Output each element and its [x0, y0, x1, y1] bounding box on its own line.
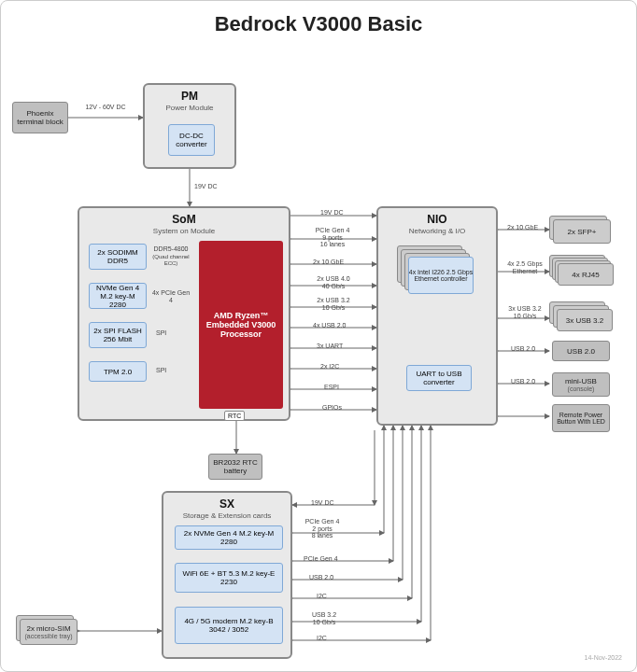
- sx-modem: 4G / 5G modem M.2 key-B 3042 / 3052: [175, 607, 283, 644]
- nio-eth-stack: 4x Intel I226 2.5 Gbps Ethernet controll…: [397, 245, 472, 292]
- pm-module: PMPower Module DC-DC converter: [143, 83, 236, 169]
- ext-sim: 2x micro-SIM(accessible tray): [16, 615, 83, 649]
- ext-rj45: 4x RJ45: [549, 255, 618, 292]
- sx-module: SXStorage & Extension cards 2x NVMe Gen …: [162, 491, 292, 659]
- diagram-canvas: Phoenix terminal block 12V - 60V DC PMPo…: [12, 48, 627, 664]
- date-label: 14-Nov-2022: [585, 654, 622, 661]
- page-title: Bedrock V3000 Basic: [12, 12, 625, 36]
- som-module: SoMSystem on Module 2x SODIMM DDR5 DDR5-…: [78, 206, 290, 421]
- phoenix-block: Phoenix terminal block: [12, 102, 68, 133]
- ext-usb20: USB 2.0: [552, 341, 610, 361]
- lbl-12v: 12V - 60V DC: [78, 104, 134, 111]
- ext-sfp: 2x SFP+: [549, 216, 615, 247]
- som-nvme: NVMe Gen 4 M.2 key-M 2280: [89, 283, 147, 309]
- nio-uart-usb: UART to USB converter: [406, 365, 472, 391]
- sx-wifi: WiFi 6E + BT 5.3 M.2 key-E 2230: [175, 563, 283, 593]
- dcdc-chip: DC-DC converter: [168, 124, 215, 156]
- som-sodimm: 2x SODIMM DDR5: [89, 244, 147, 270]
- som-tpm: TPM 2.0: [89, 361, 147, 382]
- ext-usb32: 3x USB 3.2: [549, 301, 616, 335]
- nio-module: NIONetworking & I/O 4x Intel I226 2.5 Gb…: [376, 206, 498, 426]
- sx-nvme: 2x NVMe Gen 4 M.2 key-M 2280: [175, 525, 283, 550]
- ext-remote-btn: Remote Power Button With LED: [552, 404, 610, 432]
- som-spiflash: 2x SPI FLASH 256 Mbit: [89, 322, 147, 348]
- som-rtc: RTC: [224, 411, 245, 421]
- som-processor: AMD Ryzen™ Embedded V3000 Processor: [199, 241, 283, 409]
- ext-miniusb: mini-USB(console): [552, 372, 610, 397]
- lbl-19v-1: 19V DC: [194, 183, 218, 190]
- br2032-block: BR2032 RTC battery: [208, 454, 262, 480]
